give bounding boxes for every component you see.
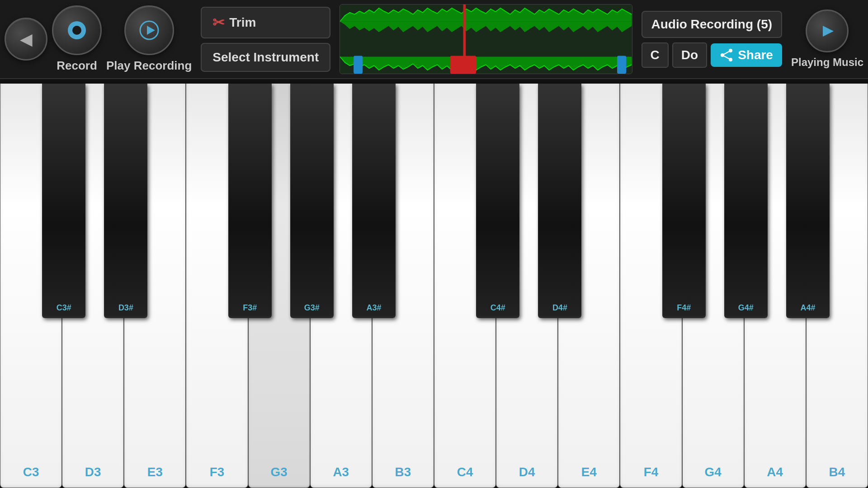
white-key-label: E4 xyxy=(581,465,597,479)
white-key-label: C3 xyxy=(23,465,39,479)
record-label: Record xyxy=(57,59,97,73)
black-key-a3sharp[interactable]: A3# xyxy=(352,84,396,318)
white-key-label: A4 xyxy=(767,465,783,479)
black-key-f4sharp[interactable]: F4# xyxy=(662,84,706,318)
record-icon xyxy=(66,20,87,41)
waveform-display[interactable] xyxy=(340,4,632,74)
record-button[interactable]: Record xyxy=(52,5,102,73)
play-recording-circle xyxy=(124,5,174,55)
play-recording-label: Play Recording xyxy=(106,59,192,73)
white-key-label: G4 xyxy=(704,465,721,479)
playing-music-icon xyxy=(818,22,836,40)
audio-recording-title: Audio Recording (5) xyxy=(642,11,782,38)
black-key-label: G4# xyxy=(738,303,754,313)
back-circle: ◀ xyxy=(5,18,47,61)
white-key-label: G3 xyxy=(270,465,287,479)
black-key-label: D4# xyxy=(552,303,567,313)
svg-marker-15 xyxy=(823,26,834,37)
piano-keys: C3D3E3F3G3A3B3C4D4E4F4G4A4B4C3#D3#F3#G3#… xyxy=(0,84,868,488)
white-key-label: B4 xyxy=(829,465,845,479)
svg-line-13 xyxy=(722,51,731,55)
white-key-label: D4 xyxy=(519,465,535,479)
white-key-label: E3 xyxy=(147,465,163,479)
playing-music-label: Playing Music xyxy=(791,56,863,69)
note-key-badge: C xyxy=(642,42,669,68)
white-key-label: F4 xyxy=(644,465,659,479)
black-key-c3sharp[interactable]: C3# xyxy=(42,84,85,318)
bottom-row: C Do Share xyxy=(642,42,782,68)
black-key-c4sharp[interactable]: C4# xyxy=(476,84,519,318)
select-instrument-label: Select Instrument xyxy=(212,50,319,65)
white-key-label: F3 xyxy=(210,465,225,479)
black-key-label: A4# xyxy=(800,303,815,313)
black-key-label: C3# xyxy=(57,303,71,313)
solfege-badge: Do xyxy=(672,42,707,68)
black-key-label: F3# xyxy=(243,303,257,313)
record-circle xyxy=(52,5,102,55)
black-key-f3sharp[interactable]: F3# xyxy=(228,84,272,318)
svg-line-14 xyxy=(722,55,731,60)
svg-point-1 xyxy=(72,26,81,35)
trim-button[interactable]: ✂ Trim xyxy=(201,7,330,38)
black-key-d4sharp[interactable]: D4# xyxy=(538,84,581,318)
play-recording-button[interactable]: Play Recording xyxy=(106,5,192,73)
black-key-label: G3# xyxy=(304,303,320,313)
select-instrument-button[interactable]: Select Instrument xyxy=(201,43,330,72)
black-key-a4sharp[interactable]: A4# xyxy=(786,84,830,318)
trim-label: Trim xyxy=(229,15,256,30)
white-key-label: B3 xyxy=(395,465,411,479)
svg-rect-8 xyxy=(450,56,476,74)
share-label: Share xyxy=(738,48,773,62)
white-key-label: C4 xyxy=(457,465,473,479)
piano-container: C3D3E3F3G3A3B3C4D4E4F4G4A4B4C3#D3#F3#G3#… xyxy=(0,79,868,488)
white-key-label: D3 xyxy=(85,465,101,479)
back-button[interactable]: ◀ xyxy=(5,18,47,61)
black-key-label: A3# xyxy=(366,303,381,313)
toolbar: ◀ Record Play Recording ✂ Trim xyxy=(0,0,868,79)
black-key-d3sharp[interactable]: D3# xyxy=(104,84,147,318)
right-panel: Audio Recording (5) C Do Share xyxy=(642,11,782,68)
scissors-icon: ✂ xyxy=(212,14,225,31)
back-icon: ◀ xyxy=(20,30,33,49)
svg-marker-4 xyxy=(147,26,155,35)
black-key-label: C4# xyxy=(491,303,505,313)
playing-music-circle xyxy=(806,9,849,52)
black-key-g3sharp[interactable]: G3# xyxy=(290,84,334,318)
share-button[interactable]: Share xyxy=(711,43,782,67)
white-key-label: A3 xyxy=(333,465,349,479)
waveform-svg xyxy=(340,5,632,74)
black-key-label: D3# xyxy=(118,303,133,313)
share-icon xyxy=(720,48,733,62)
svg-rect-9 xyxy=(617,56,626,74)
playing-music-button[interactable]: Playing Music xyxy=(791,9,863,69)
play-recording-icon xyxy=(139,20,160,41)
black-key-label: F4# xyxy=(677,303,691,313)
action-buttons: ✂ Trim Select Instrument xyxy=(201,7,330,72)
svg-rect-6 xyxy=(354,56,363,74)
black-key-g4sharp[interactable]: G4# xyxy=(724,84,768,318)
